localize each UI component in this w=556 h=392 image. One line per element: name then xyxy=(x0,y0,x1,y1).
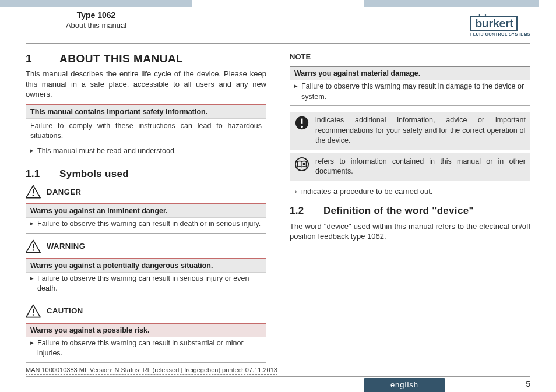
svg-point-5 xyxy=(33,314,34,316)
language-tab: english xyxy=(364,378,445,392)
brand-logo: • • burkert FLUID CONTROL SYSTEMS xyxy=(470,14,530,36)
page-content: 1ABOUT THIS MANUAL This manual describes… xyxy=(26,52,530,364)
note-label: NOTE xyxy=(290,52,530,61)
caution-heading: Warns you against a possible risk. xyxy=(26,324,266,337)
svg-point-3 xyxy=(33,249,34,251)
info-advice-row: indicates additional information, advice… xyxy=(290,112,530,150)
page-number: 5 xyxy=(526,379,530,389)
danger-label-row: DANGER xyxy=(26,185,266,199)
procedure-arrow-line: →indicates a procedure to be carried out… xyxy=(290,186,530,197)
warning-box: Warns you against a potentially dangerou… xyxy=(26,258,266,298)
heading-1-2-number: 1.2 xyxy=(290,205,323,217)
header-title-block: Type 1062 About this manual xyxy=(0,10,192,30)
procedure-text: indicates a procedure to be carried out. xyxy=(301,187,432,196)
caution-label-row: CAUTION xyxy=(26,304,266,318)
book-reference-icon xyxy=(294,157,309,172)
heading-1-1: 1.1Symbols used xyxy=(26,168,266,180)
note-heading: Warns you against material damage. xyxy=(290,67,530,80)
box-bottom-rule xyxy=(290,105,530,106)
info-advice-text: indicates additional information, advice… xyxy=(315,115,526,146)
note-box: Warns you against material damage. Failu… xyxy=(290,66,530,106)
section-1-2-body: The word "device" used within this manua… xyxy=(290,221,530,242)
danger-bullet: Failure to observe this warning can resu… xyxy=(26,218,266,233)
warning-label: WARNING xyxy=(47,242,85,250)
caution-bullet: Failure to observe this warning can resu… xyxy=(26,337,266,362)
box-bottom-rule xyxy=(26,298,266,298)
page-header: Type 1062 About this manual • • burkert … xyxy=(0,10,556,43)
warning-heading: Warns you against a potentially dangerou… xyxy=(26,259,266,273)
warning-triangle-icon xyxy=(26,304,41,318)
header-subtitle: About this manual xyxy=(0,21,192,30)
warning-label-row: WARNING xyxy=(26,239,266,253)
warning-triangle-icon xyxy=(26,185,41,199)
svg-rect-11 xyxy=(303,163,305,165)
reference-text: refers to information contained in this … xyxy=(315,157,526,177)
tab-decor-left xyxy=(0,0,192,7)
footer-divider xyxy=(26,376,530,377)
box-bottom-rule xyxy=(26,362,266,363)
footer-meta: MAN 1000010383 ML Version: N Status: RL … xyxy=(26,366,277,375)
heading-1-1-text: Symbols used xyxy=(59,168,129,179)
safety-info-box: This manual contains important safety in… xyxy=(26,104,266,161)
box-bottom-rule xyxy=(26,160,266,160)
danger-heading: Warns you against an imminent danger. xyxy=(26,204,266,218)
type-label: Type 1062 xyxy=(0,10,192,20)
svg-point-1 xyxy=(33,195,34,196)
header-divider xyxy=(26,43,530,44)
heading-1-number: 1 xyxy=(26,52,59,65)
heading-1-1-number: 1.1 xyxy=(26,168,59,180)
warning-bullet: Failure to observe this warning can resu… xyxy=(26,273,266,298)
safety-box-heading: This manual contains important safety in… xyxy=(26,105,266,119)
warning-triangle-icon xyxy=(26,239,41,253)
svg-point-8 xyxy=(301,126,303,128)
section-1-intro: This manual describes the entire life cy… xyxy=(26,69,266,100)
exclamation-circle-icon xyxy=(294,115,309,130)
caution-box: Warns you against a possible risk. Failu… xyxy=(26,323,266,363)
top-tabs xyxy=(0,0,556,9)
note-bullet: Failure to observe this warning may resu… xyxy=(290,80,530,105)
reference-row: refers to information contained in this … xyxy=(290,153,530,181)
box-bottom-rule xyxy=(26,233,266,234)
arrow-right-icon: → xyxy=(290,186,299,196)
caution-label: CAUTION xyxy=(47,306,83,315)
heading-1-text: ABOUT THIS MANUAL xyxy=(59,52,183,65)
danger-box: Warns you against an imminent danger. Fa… xyxy=(26,203,266,234)
heading-1: 1ABOUT THIS MANUAL xyxy=(26,52,266,65)
heading-1-2-text: Definition of the word "device" xyxy=(323,205,474,216)
danger-label: DANGER xyxy=(47,188,81,196)
safety-box-body: Failure to comply with these instruction… xyxy=(26,119,266,145)
safety-box-bullet: This manual must be read and understood. xyxy=(26,145,266,160)
logo-tagline: FLUID CONTROL SYSTEMS xyxy=(470,32,530,36)
heading-1-2: 1.2Definition of the word "device" xyxy=(290,205,530,217)
tab-decor-right xyxy=(364,0,539,7)
logo-wordmark: burkert xyxy=(470,16,518,31)
